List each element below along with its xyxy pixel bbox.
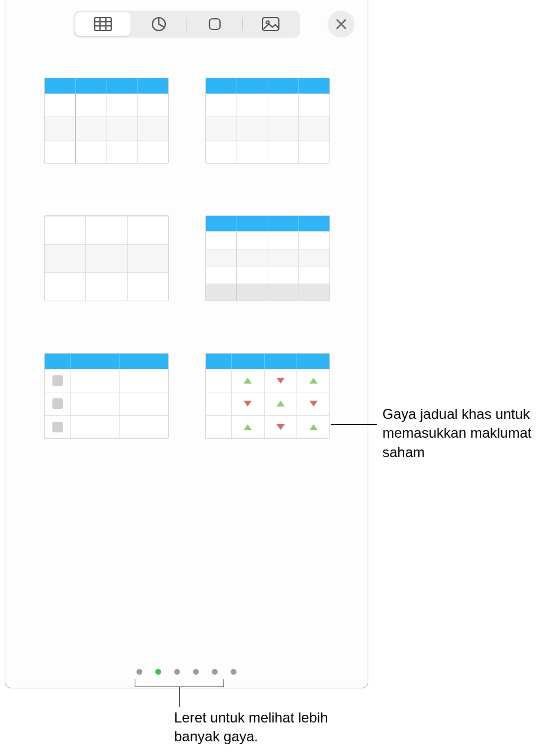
table-style-grid bbox=[5, 47, 368, 439]
triangle-up-icon bbox=[277, 401, 285, 407]
callout-pager: Leret untuk melihat lebih banyak gaya. bbox=[174, 708, 362, 747]
table-style-stock[interactable] bbox=[205, 353, 330, 439]
pager-dot[interactable] bbox=[212, 669, 218, 675]
svg-rect-7 bbox=[262, 18, 279, 31]
insert-panel bbox=[5, 0, 368, 688]
pager-dot[interactable] bbox=[231, 669, 236, 675]
triangle-up-icon bbox=[309, 378, 318, 384]
tab-shape[interactable] bbox=[187, 12, 242, 36]
triangle-up-icon bbox=[244, 378, 252, 384]
pager-dot[interactable] bbox=[174, 669, 180, 675]
callout-leader-line bbox=[179, 687, 180, 707]
chart-icon bbox=[151, 16, 166, 32]
table-style-header-firstcol[interactable] bbox=[44, 78, 169, 164]
triangle-up-icon bbox=[244, 424, 252, 430]
media-icon bbox=[262, 17, 279, 31]
svg-point-8 bbox=[266, 21, 269, 24]
svg-rect-0 bbox=[95, 18, 111, 31]
callout-leader-line bbox=[331, 424, 377, 425]
table-style-header-footer[interactable] bbox=[205, 215, 330, 301]
style-pager bbox=[5, 669, 368, 675]
insert-toolbar bbox=[5, 0, 368, 47]
callout-bracket bbox=[135, 679, 224, 687]
checkbox-icon bbox=[52, 398, 63, 409]
pager-dot[interactable] bbox=[193, 669, 199, 675]
tab-chart[interactable] bbox=[131, 12, 186, 36]
table-style-plain[interactable] bbox=[44, 215, 169, 301]
table-icon bbox=[94, 17, 112, 31]
pager-dot[interactable] bbox=[155, 669, 161, 675]
category-segmented-control bbox=[74, 11, 300, 38]
triangle-down-icon bbox=[244, 401, 252, 407]
table-style-header-plain[interactable] bbox=[205, 78, 330, 164]
svg-rect-6 bbox=[209, 19, 220, 29]
close-button[interactable] bbox=[328, 11, 355, 38]
triangle-up-icon bbox=[309, 424, 318, 430]
pager-dot[interactable] bbox=[136, 669, 142, 675]
checkbox-icon bbox=[52, 375, 63, 386]
triangle-down-icon bbox=[309, 401, 318, 407]
table-style-checklist[interactable] bbox=[44, 353, 169, 439]
tab-table[interactable] bbox=[75, 12, 131, 36]
callout-stock-style: Gaya jadual khas untuk memasukkan maklum… bbox=[382, 405, 535, 462]
close-icon bbox=[335, 18, 347, 30]
tab-media[interactable] bbox=[243, 12, 298, 36]
checkbox-icon bbox=[52, 422, 63, 432]
triangle-down-icon bbox=[277, 378, 285, 384]
shape-icon bbox=[207, 16, 222, 32]
triangle-down-icon bbox=[277, 424, 285, 430]
